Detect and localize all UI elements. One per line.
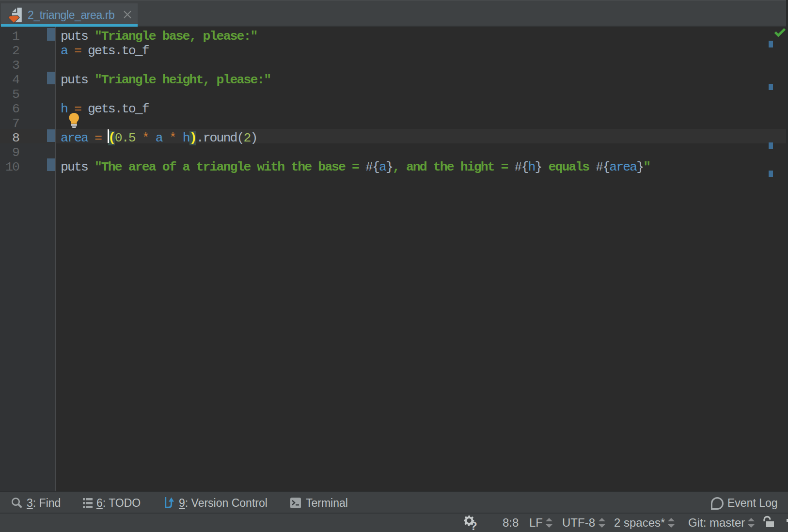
svg-text:?: ? <box>470 519 477 532</box>
